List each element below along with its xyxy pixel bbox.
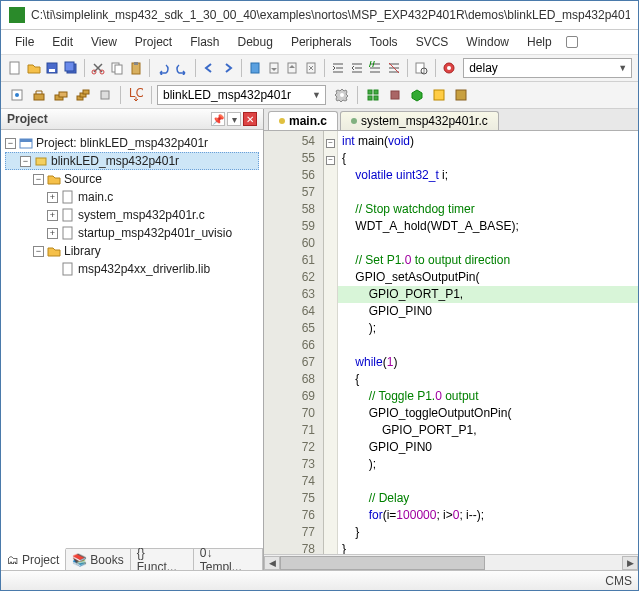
panel-tab-functions[interactable]: {} Funct...	[131, 549, 194, 570]
expander-icon[interactable]: −	[33, 174, 44, 185]
svg-rect-41	[36, 158, 46, 165]
scroll-left-icon[interactable]: ◀	[264, 556, 280, 570]
uncomment-icon[interactable]	[386, 58, 403, 78]
menu-file[interactable]: File	[7, 32, 42, 52]
code-editor[interactable]: 5455565758596061626364656667686970717273…	[264, 131, 638, 554]
find-dropdown[interactable]: ▼	[463, 58, 632, 78]
expander-icon[interactable]: −	[5, 138, 16, 149]
fold-column[interactable]: −−	[324, 131, 338, 554]
books-window-icon[interactable]	[429, 85, 449, 105]
tree-label: Library	[64, 244, 101, 258]
chevron-down-icon[interactable]: ▼	[616, 63, 629, 73]
bookmark-toggle-icon[interactable]	[247, 58, 264, 78]
comment-icon[interactable]: //	[367, 58, 384, 78]
menu-view[interactable]: View	[83, 32, 125, 52]
expander-icon[interactable]: −	[20, 156, 31, 167]
tree-target[interactable]: − blinkLED_msp432p401r	[5, 152, 259, 170]
file-tab-label: main.c	[289, 114, 327, 128]
folder-icon	[47, 172, 61, 186]
pack-installer-icon[interactable]	[407, 85, 427, 105]
project-tree[interactable]: − Project: blinkLED_msp432p401r − blinkL…	[1, 130, 263, 548]
paste-icon[interactable]	[127, 58, 144, 78]
indent-icon[interactable]	[330, 58, 347, 78]
find-input[interactable]	[466, 61, 616, 75]
status-right: CMS	[605, 574, 632, 588]
horizontal-scrollbar[interactable]: ◀ ▶	[264, 554, 638, 570]
menu-peripherals[interactable]: Peripherals	[283, 32, 360, 52]
debug-session-icon[interactable]	[441, 58, 458, 78]
file-tab-main[interactable]: main.c	[268, 111, 338, 130]
menu-flash[interactable]: Flash	[182, 32, 227, 52]
copy-icon[interactable]	[109, 58, 126, 78]
file-status-icon	[351, 118, 357, 124]
chevron-down-icon[interactable]: ▼	[310, 90, 323, 100]
svg-rect-38	[456, 90, 466, 100]
find-in-files-icon[interactable]	[413, 58, 430, 78]
help-indicator-icon[interactable]	[566, 36, 578, 48]
bookmark-prev-icon[interactable]	[265, 58, 282, 78]
menu-window[interactable]: Window	[458, 32, 517, 52]
save-icon[interactable]	[44, 58, 61, 78]
panel-tab-templates[interactable]: 0↓ Templ...	[194, 549, 263, 570]
tab-label: {} Funct...	[137, 546, 187, 571]
toolbar-build: LOAD ▼	[1, 82, 638, 109]
menu-project[interactable]: Project	[127, 32, 180, 52]
bookmark-clear-icon[interactable]	[303, 58, 320, 78]
folder-icon	[47, 244, 61, 258]
expander-icon[interactable]: −	[33, 246, 44, 257]
outdent-icon[interactable]	[349, 58, 366, 78]
svg-rect-37	[434, 90, 444, 100]
code-content[interactable]: int main(void){ volatile uint32_t i; // …	[338, 131, 638, 554]
svg-text://: //	[369, 61, 376, 70]
target-dropdown[interactable]: ▼	[157, 85, 326, 105]
tree-label: msp432p4xx_driverlib.lib	[78, 262, 210, 276]
bookmark-next-icon[interactable]	[284, 58, 301, 78]
select-packs-icon[interactable]	[385, 85, 405, 105]
file-tab-system[interactable]: system_msp432p401r.c	[340, 111, 499, 130]
build-icon[interactable]	[29, 85, 49, 105]
menu-tools[interactable]: Tools	[362, 32, 406, 52]
tree-file[interactable]: + startup_msp432p401r_uvisio	[5, 224, 259, 242]
expander-icon[interactable]: +	[47, 192, 58, 203]
translate-icon[interactable]	[7, 85, 27, 105]
scroll-thumb[interactable]	[280, 556, 485, 570]
menu-debug[interactable]: Debug	[230, 32, 281, 52]
expander-icon[interactable]: +	[47, 228, 58, 239]
tree-file[interactable]: + main.c	[5, 188, 259, 206]
scroll-right-icon[interactable]: ▶	[622, 556, 638, 570]
panel-pin-icon[interactable]: 📌	[211, 112, 225, 126]
svg-rect-27	[83, 90, 89, 94]
target-name-input[interactable]	[160, 88, 310, 102]
panel-close-icon[interactable]: ✕	[243, 112, 257, 126]
panel-tab-project[interactable]: 🗂Project	[1, 548, 66, 570]
panel-menu-icon[interactable]: ▾	[227, 112, 241, 126]
rebuild-icon[interactable]	[51, 85, 71, 105]
target-options-icon[interactable]	[332, 85, 352, 105]
functions-window-icon[interactable]	[451, 85, 471, 105]
redo-icon[interactable]	[173, 58, 190, 78]
tree-group-source[interactable]: − Source	[5, 170, 259, 188]
svg-rect-22	[34, 94, 44, 100]
cut-icon[interactable]	[90, 58, 107, 78]
manage-rte-icon[interactable]	[363, 85, 383, 105]
scroll-track[interactable]	[280, 556, 622, 570]
tree-file[interactable]: + system_msp432p401r.c	[5, 206, 259, 224]
save-all-icon[interactable]	[63, 58, 80, 78]
batch-build-icon[interactable]	[73, 85, 93, 105]
tree-group-library[interactable]: − Library	[5, 242, 259, 260]
svg-rect-2	[49, 69, 55, 72]
undo-icon[interactable]	[155, 58, 172, 78]
open-icon[interactable]	[26, 58, 43, 78]
nav-forward-icon[interactable]	[219, 58, 236, 78]
menu-help[interactable]: Help	[519, 32, 560, 52]
nav-back-icon[interactable]	[201, 58, 218, 78]
panel-tab-books[interactable]: 📚Books	[66, 549, 130, 570]
download-icon[interactable]: LOAD	[126, 85, 146, 105]
menu-edit[interactable]: Edit	[44, 32, 81, 52]
expander-icon[interactable]: +	[47, 210, 58, 221]
tree-file[interactable]: msp432p4xx_driverlib.lib	[5, 260, 259, 278]
new-file-icon[interactable]	[7, 58, 24, 78]
tree-project-root[interactable]: − Project: blinkLED_msp432p401r	[5, 134, 259, 152]
menu-svcs[interactable]: SVCS	[408, 32, 457, 52]
stop-build-icon[interactable]	[95, 85, 115, 105]
